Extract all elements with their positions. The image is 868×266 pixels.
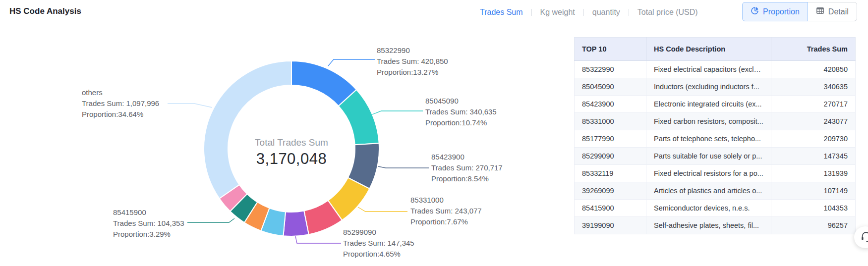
headset-icon xyxy=(858,230,868,244)
cell-description: Articles of plastics and articles o... xyxy=(646,182,771,200)
nav-separator xyxy=(583,9,584,16)
top10-table: TOP 10 HS Code Description Trades Sum 85… xyxy=(574,37,856,234)
callout-proportion: Proportion:10.74% xyxy=(425,117,497,128)
callout-proportion: Proportion:8.54% xyxy=(431,173,503,184)
table-row: 85299090Parts suitable for use solely or… xyxy=(575,148,856,165)
metric-tab-trades-sum[interactable]: Trades Sum xyxy=(480,8,523,17)
callout-proportion: Proportion:7.67% xyxy=(410,216,482,227)
callout-trades-sum: Trades Sum: 243,077 xyxy=(410,206,482,216)
table-row: 39199090Self-adhesive plates, sheets, fi… xyxy=(575,217,856,234)
chart-callout-others: othersTrades Sum: 1,097,996Proportion:34… xyxy=(82,87,159,120)
callout-proportion: Proportion:4.65% xyxy=(343,249,414,260)
table-row: 85415900Semiconductor devices, n.e.s.104… xyxy=(575,200,856,217)
cell-code: 85177990 xyxy=(575,130,646,148)
cell-description: Semiconductor devices, n.e.s. xyxy=(646,200,771,217)
col-header-trades-sum: Trades Sum xyxy=(771,38,856,61)
callout-code: 85415900 xyxy=(113,207,184,218)
cell-value: 209730 xyxy=(771,130,856,148)
table-icon xyxy=(816,6,824,17)
cell-value: 420850 xyxy=(771,61,856,78)
callout-trades-sum: Trades Sum: 1,097,996 xyxy=(82,98,159,109)
callout-code: 85322990 xyxy=(377,45,448,56)
callout-leader-others xyxy=(168,104,212,107)
chart-callout-85045090: 85045090Trades Sum: 340,635Proportion:10… xyxy=(425,96,497,128)
cell-description: Electronic integrated circuits (ex... xyxy=(646,96,771,113)
cell-value: 104353 xyxy=(771,200,856,217)
callout-code: 85423900 xyxy=(431,152,503,162)
cell-value: 96257 xyxy=(771,217,856,234)
callout-trades-sum: Trades Sum: 147,345 xyxy=(343,238,414,249)
table-row: 85045090Inductors (excluding inductors f… xyxy=(575,78,856,96)
callout-trades-sum: Trades Sum: 420,850 xyxy=(377,56,448,67)
detail-button[interactable]: Detail xyxy=(808,2,857,21)
table-row: 85332119Fixed electrical resistors for a… xyxy=(575,165,856,182)
metric-tab-total-price-usd-[interactable]: Total price (USD) xyxy=(637,8,698,17)
cell-value: 131939 xyxy=(771,165,856,182)
callout-proportion: Proportion:34.64% xyxy=(82,109,159,120)
cell-description: Fixed electrical capacitors (exclu... xyxy=(646,61,771,78)
callout-leader-85045090 xyxy=(372,111,423,114)
callout-code: others xyxy=(82,87,159,98)
chart-callout-85299090: 85299090Trades Sum: 147,345Proportion:4.… xyxy=(343,227,414,260)
cell-code: 85332119 xyxy=(575,165,646,182)
cell-code: 85322990 xyxy=(575,61,646,78)
cell-code: 85299090 xyxy=(575,148,646,165)
callout-leader-85299090 xyxy=(295,236,341,243)
callout-leader-85423900 xyxy=(378,166,429,168)
chart-center-label: Total Trades Sum 3,170,048 xyxy=(255,136,328,168)
nav-separator xyxy=(629,9,629,16)
table-header-row: TOP 10 HS Code Description Trades Sum xyxy=(575,38,856,61)
proportion-button-label: Proportion xyxy=(763,7,800,16)
table-row: 85177990Parts of telephone sets, telepho… xyxy=(575,130,856,148)
callout-leader-85322990 xyxy=(328,59,375,66)
cell-value: 270717 xyxy=(771,96,856,113)
cell-code: 39269099 xyxy=(575,182,646,200)
col-header-top10: TOP 10 xyxy=(575,38,646,61)
cell-description: Self-adhesive plates, sheets, fil... xyxy=(646,217,771,234)
col-header-description: HS Code Description xyxy=(646,38,771,61)
cell-value: 147345 xyxy=(771,148,856,165)
callout-code: 85331000 xyxy=(410,195,482,206)
nav-separator xyxy=(531,9,532,16)
cell-description: Fixed electrical resistors for a po... xyxy=(646,165,771,182)
table-row: 85331000Fixed carbon resistors, composit… xyxy=(575,113,856,130)
metric-tab-kg-weight[interactable]: Kg weight xyxy=(540,8,575,17)
cell-value: 107149 xyxy=(771,182,856,200)
chart-callout-85322990: 85322990Trades Sum: 420,850Proportion:13… xyxy=(377,45,448,78)
callout-code: 85299090 xyxy=(343,227,414,238)
support-fab-button[interactable] xyxy=(854,226,868,248)
header-divider xyxy=(0,26,868,26)
table-row: 85423900Electronic integrated circuits (… xyxy=(575,96,856,113)
callout-trades-sum: Trades Sum: 270,717 xyxy=(431,162,503,173)
cell-description: Fixed carbon resistors, composit... xyxy=(646,113,771,130)
cell-code: 85045090 xyxy=(575,78,646,96)
pie-chart-icon xyxy=(751,6,759,17)
donut-segment-85299090[interactable] xyxy=(283,211,308,236)
view-toggle: Proportion Detail xyxy=(742,2,857,21)
callout-trades-sum: Trades Sum: 104,353 xyxy=(113,218,184,229)
proportion-button[interactable]: Proportion xyxy=(742,2,808,21)
detail-button-label: Detail xyxy=(828,7,849,16)
donut-segment-others[interactable] xyxy=(204,61,291,199)
callout-leader-85415900 xyxy=(187,218,234,222)
cell-code: 85415900 xyxy=(575,200,646,217)
callout-proportion: Proportion:3.29% xyxy=(113,229,184,240)
cell-description: Parts of telephone sets, telepho... xyxy=(646,130,771,148)
cell-code: 39199090 xyxy=(575,217,646,234)
table-row: 39269099Articles of plastics and article… xyxy=(575,182,856,200)
chart-callout-85423900: 85423900Trades Sum: 270,717Proportion:8.… xyxy=(431,152,503,184)
callout-trades-sum: Trades Sum: 340,635 xyxy=(425,106,497,117)
chart-center-value: 3,170,048 xyxy=(255,150,328,168)
chart-callout-85331000: 85331000Trades Sum: 243,077Proportion:7.… xyxy=(410,195,482,227)
metric-nav: Trades SumKg weightquantityTotal price (… xyxy=(480,0,698,25)
metric-tab-quantity[interactable]: quantity xyxy=(592,8,620,17)
callout-leader-85331000 xyxy=(358,207,407,212)
cell-description: Inductors (excluding inductors f... xyxy=(646,78,771,96)
page-title: HS Code Analysis xyxy=(9,6,81,16)
callout-code: 85045090 xyxy=(425,96,497,106)
cell-value: 340635 xyxy=(771,78,856,96)
callout-proportion: Proportion:13.27% xyxy=(377,67,448,78)
cell-value: 243077 xyxy=(771,113,856,130)
chart-callout-85415900: 85415900Trades Sum: 104,353Proportion:3.… xyxy=(113,207,184,240)
cell-code: 85423900 xyxy=(575,96,646,113)
